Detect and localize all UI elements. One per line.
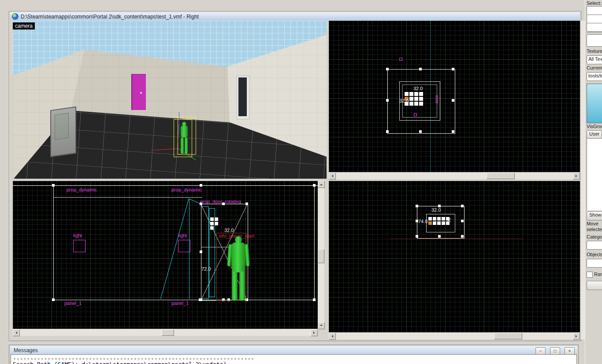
categories-dropdown[interactable]: [587, 241, 602, 250]
entity-marker: [399, 58, 402, 61]
scroll-thumb[interactable]: [318, 249, 324, 263]
entity-label-light: light: [178, 233, 187, 238]
close-button[interactable]: ×: [565, 347, 575, 355]
door-brush-cluster: [405, 92, 409, 96]
scroll-down-button[interactable]: [318, 322, 325, 329]
entity-label-light: light: [73, 233, 82, 238]
map-window-titlebar[interactable]: D:\Steam\steamapps\common\Portal 2\sdk_c…: [10, 12, 580, 21]
messages-console: ----------------------------------------…: [11, 354, 577, 364]
scroll-thumb[interactable]: [487, 173, 515, 179]
door-brush-cluster: [428, 217, 432, 221]
scroll-thumb[interactable]: [162, 329, 174, 336]
select-field-3[interactable]: [587, 23, 602, 32]
entity-label-prop-dynamic: prop_dynamic: [67, 187, 97, 192]
dimension-label: 74.0: [418, 219, 427, 224]
messages-window: Messages − □ × -------------------------…: [9, 345, 579, 364]
visgroups-listbox[interactable]: [587, 138, 602, 210]
scroll-thumb[interactable]: [494, 333, 522, 339]
arrow-left-icon: [331, 175, 333, 177]
objects-label: Objects:: [587, 252, 602, 257]
categories-label: Categorie: [587, 234, 602, 239]
texture-group-dropdown[interactable]: All Text: [587, 55, 602, 64]
scroll-left-button[interactable]: [329, 173, 336, 180]
light-entity-box[interactable]: [178, 240, 190, 252]
restore-button[interactable]: □: [550, 347, 560, 355]
hammer-editor-screen: D:\Steam\steamapps\common\Portal 2\sdk_c…: [0, 0, 602, 364]
arrow-down-icon: [320, 325, 323, 327]
viewport-2d-top[interactable]: 32.0 32.0: [329, 21, 580, 172]
viewport-2d-front[interactable]: 32.0 74.0: [329, 181, 580, 332]
selection-handles[interactable]: [416, 205, 418, 207]
viewport-2d-side[interactable]: prop_dynamic prop_dynamic prop_door_rota…: [13, 181, 318, 329]
scroll-up-button[interactable]: [318, 181, 325, 188]
door-knob: [140, 92, 142, 94]
current-texture-label: Current te: [587, 65, 602, 70]
texture-preview: [587, 84, 602, 123]
arrow-left-icon: [331, 335, 333, 338]
scroll-right-button[interactable]: [573, 333, 580, 340]
brush-line: [314, 185, 315, 300]
sidebar-bottom-button[interactable]: [587, 281, 602, 290]
arrow-up-icon: [320, 183, 323, 185]
brush-line: [13, 185, 318, 186]
random-checkbox[interactable]: [587, 272, 593, 278]
cyan-brush-edge: [189, 199, 190, 299]
minimize-button[interactable]: −: [535, 347, 546, 355]
scroll-right-button[interactable]: [573, 173, 580, 180]
select-field-2[interactable]: [587, 15, 602, 23]
dimension-label: 32.0: [224, 228, 234, 233]
select-field-1[interactable]: [587, 6, 602, 15]
player-model-side[interactable]: [228, 236, 249, 301]
viewport-label-camera[interactable]: camera: [13, 22, 35, 29]
scrollbar-side-vertical[interactable]: [318, 181, 324, 329]
entity-label-panel: panel_1: [171, 301, 189, 306]
dimension-label: 32.0: [399, 98, 409, 103]
map-window-title: D:\Steam\steamapps\common\Portal 2\sdk_c…: [21, 14, 199, 20]
viewport-3d-camera[interactable]: camera: [13, 21, 327, 179]
messages-title-text: Messages: [14, 347, 38, 353]
hinge-cluster: [210, 217, 214, 221]
select-label: Select:: [587, 0, 602, 6]
entity-label-panel: panel_1: [64, 301, 82, 306]
hammer-app-icon: [12, 13, 19, 20]
scroll-left-button[interactable]: [329, 333, 336, 340]
current-texture-dropdown[interactable]: tools/to: [587, 72, 602, 81]
entity-marker: [414, 113, 417, 116]
divider: [586, 32, 602, 33]
random-label: Rand: [594, 272, 602, 277]
gray-door[interactable]: [50, 107, 76, 157]
map-document-window: D:\Steam\steamapps\common\Portal 2\sdk_c…: [9, 11, 581, 341]
scrollbar-front-horizontal[interactable]: [329, 333, 580, 339]
scrollbar-side-horizontal[interactable]: [13, 329, 318, 336]
entity-label-prop-dynamic: prop_dynamic: [171, 187, 202, 192]
move-label: Move: [587, 221, 598, 226]
arrow-right-icon: [576, 175, 578, 177]
arrow-left-icon: [15, 331, 17, 334]
line-handles: [52, 298, 55, 301]
right-door-panel: [238, 77, 247, 116]
light-entity-box[interactable]: [73, 240, 85, 252]
objects-dropdown[interactable]: [587, 259, 602, 268]
show-button[interactable]: Show: [587, 211, 602, 221]
visgroups-label: VisGroups: [587, 124, 602, 129]
scroll-right-button[interactable]: [311, 329, 318, 336]
arrow-right-icon: [313, 331, 316, 334]
right-door-frame[interactable]: [237, 76, 249, 119]
magenta-door[interactable]: [131, 74, 146, 110]
scrollbar-top-horizontal[interactable]: [329, 173, 580, 179]
brush-line: [53, 197, 202, 198]
toolbar-field[interactable]: [587, 34, 602, 47]
dimension-label: 32.0: [431, 207, 441, 213]
scroll-left-button[interactable]: [13, 329, 20, 336]
player-model-3d[interactable]: [178, 122, 190, 154]
dimension-label: 32.0: [413, 86, 423, 91]
arrow-right-icon: [576, 335, 578, 338]
window-right-strip: [580, 21, 585, 339]
door-selection-handles[interactable]: [200, 202, 202, 205]
right-toolbar-panel: Select: Texture g All Text Current te to…: [585, 0, 602, 364]
selection-handles[interactable]: [386, 68, 389, 70]
messages-titlebar[interactable]: Messages − □ ×: [10, 346, 577, 354]
selected-face-orange: [428, 221, 432, 225]
entity-marker: [436, 96, 438, 103]
line-handles: [52, 184, 55, 187]
